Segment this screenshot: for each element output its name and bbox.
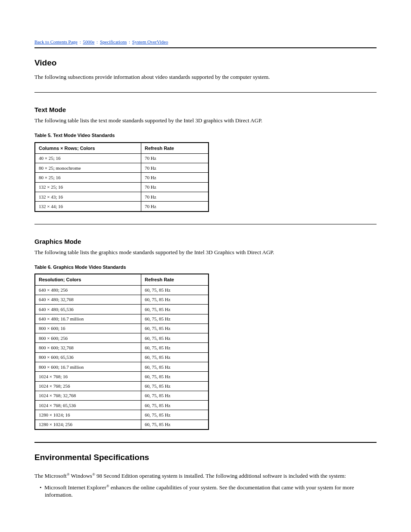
divider	[34, 92, 377, 93]
cell: 60, 75, 85 Hz	[141, 381, 209, 391]
text: 98 Second Edition operating system is in…	[95, 473, 346, 479]
page-title: Video	[34, 58, 377, 68]
table-row: 640 × 480; 25660, 75, 85 Hz	[35, 285, 209, 295]
text-mode-table: Columns × Rows; Colors Refresh Rate 40 ×…	[34, 142, 209, 212]
cell: 640 × 480; 32,768	[35, 295, 141, 304]
cell: 132 × 25; 16	[35, 182, 141, 192]
cell: 132 × 43; 16	[35, 192, 141, 202]
cell: 70 Hz	[141, 153, 209, 163]
table-row: 132 × 44; 1670 Hz	[35, 202, 209, 212]
graphics-mode-table: Resolution; Colors Refresh Rate 640 × 48…	[34, 274, 209, 430]
breadcrumb-model-link[interactable]: 5000e	[83, 39, 94, 44]
table-5-caption: Table 5. Text Mode Video Standards	[34, 132, 377, 138]
breadcrumb-specs-link[interactable]: Specifications	[100, 39, 127, 44]
cell: 1024 × 768; 65,536	[35, 401, 141, 410]
divider	[34, 224, 377, 224]
table-header-resolution: Resolution; Colors	[35, 274, 141, 285]
breadcrumb: Back to Contents Page : 5000e : Specific…	[34, 39, 377, 45]
cell: 70 Hz	[141, 202, 209, 212]
table-row: 800 × 600; 65,53660, 75, 85 Hz	[35, 352, 209, 362]
cell: 80 × 25; monochrome	[35, 163, 141, 173]
cell: 60, 75, 85 Hz	[141, 362, 209, 372]
cell: 132 × 44; 16	[35, 202, 141, 212]
divider	[34, 47, 377, 48]
cell: 60, 75, 85 Hz	[141, 333, 209, 343]
cell: 60, 75, 85 Hz	[141, 314, 209, 324]
cell: 80 × 25; 16	[35, 173, 141, 182]
breadcrumb-back-link[interactable]: Back to Contents Page	[34, 39, 78, 44]
cell: 60, 75, 85 Hz	[141, 410, 209, 420]
table-row: 800 × 600; 1660, 75, 85 Hz	[35, 324, 209, 333]
cell: 800 × 600; 16	[35, 324, 141, 333]
cell: 1024 × 768; 256	[35, 381, 141, 391]
table-row: 1280 × 1024; 25660, 75, 85 Hz	[35, 420, 209, 429]
table-row: 132 × 43; 1670 Hz	[35, 192, 209, 202]
table-row: 40 × 25; 1670 Hz	[35, 153, 209, 163]
cell: 800 × 600; 16.7 million	[35, 362, 141, 372]
registered-icon: ®	[92, 472, 95, 476]
text: Microsoft Internet Explorer	[44, 484, 106, 491]
cell: 60, 75, 85 Hz	[141, 352, 209, 362]
text-mode-intro: The following table lists the text mode …	[34, 117, 377, 124]
table-header-resolution: Columns × Rows; Colors	[35, 143, 141, 154]
cell: 70 Hz	[141, 182, 209, 192]
text-mode-heading: Text Mode	[34, 106, 377, 114]
divider	[34, 442, 377, 443]
cell: 70 Hz	[141, 163, 209, 173]
table-row: 1024 × 768; 25660, 75, 85 Hz	[35, 381, 209, 391]
graphics-mode-intro: The following table lists the graphics m…	[34, 249, 377, 256]
breadcrumb-sep: :	[78, 39, 83, 44]
table-row: 800 × 600; 16.7 million60, 75, 85 Hz	[35, 362, 209, 372]
registered-icon: ®	[67, 472, 70, 476]
breadcrumb-sep: :	[127, 39, 132, 44]
table-header-refresh: Refresh Rate	[141, 274, 209, 285]
table-row: 80 × 25; 1670 Hz	[35, 173, 209, 182]
cell: 1280 × 1024; 16	[35, 410, 141, 420]
env-spec-bullet: • Microsoft Internet Explorer® enhances …	[34, 484, 377, 499]
cell: 800 × 600; 32,768	[35, 343, 141, 352]
cell: 70 Hz	[141, 192, 209, 202]
table-row: 80 × 25; monochrome70 Hz	[35, 163, 209, 173]
table-row: 800 × 600; 25660, 75, 85 Hz	[35, 333, 209, 343]
cell: 640 × 480; 256	[35, 285, 141, 295]
table-row: 640 × 480; 32,76860, 75, 85 Hz	[35, 295, 209, 304]
text: The Microsoft	[34, 473, 67, 479]
cell: 60, 75, 85 Hz	[141, 391, 209, 400]
cell: 60, 75, 85 Hz	[141, 343, 209, 352]
cell: 640 × 480; 16.7 million	[35, 314, 141, 324]
table-row: 1024 × 768; 32,76860, 75, 85 Hz	[35, 391, 209, 400]
cell: 1024 × 768; 32,768	[35, 391, 141, 400]
table-row: 1024 × 768; 1660, 75, 85 Hz	[35, 372, 209, 381]
table-row: 640 × 480; 65,53660, 75, 85 Hz	[35, 305, 209, 314]
cell: 60, 75, 85 Hz	[141, 305, 209, 314]
cell: 70 Hz	[141, 173, 209, 182]
cell: 40 × 25; 16	[35, 153, 141, 163]
table-row: 132 × 25; 1670 Hz	[35, 182, 209, 192]
text: Windows	[70, 473, 92, 479]
graphics-mode-heading: Graphics Mode	[34, 237, 377, 246]
cell: 800 × 600; 65,536	[35, 352, 141, 362]
intro-text: The following subsections provide inform…	[34, 74, 377, 81]
cell: 60, 75, 85 Hz	[141, 324, 209, 333]
breadcrumb-subsection-link[interactable]: System OverVideo	[132, 39, 168, 44]
table-header-refresh: Refresh Rate	[141, 143, 209, 154]
cell: 60, 75, 85 Hz	[141, 401, 209, 410]
table-row: 800 × 600; 32,76860, 75, 85 Hz	[35, 343, 209, 352]
table-row: 1024 × 768; 65,53660, 75, 85 Hz	[35, 401, 209, 410]
env-spec-heading: Environmental Specifications	[34, 452, 377, 463]
table-row: 640 × 480; 16.7 million60, 75, 85 Hz	[35, 314, 209, 324]
cell: 1024 × 768; 16	[35, 372, 141, 381]
cell: 640 × 480; 65,536	[35, 305, 141, 314]
table-6-caption: Table 6. Graphics Mode Video Standards	[34, 264, 377, 270]
registered-icon: ®	[106, 483, 109, 488]
cell: 60, 75, 85 Hz	[141, 420, 209, 429]
cell: 1280 × 1024; 256	[35, 420, 141, 429]
cell: 60, 75, 85 Hz	[141, 285, 209, 295]
breadcrumb-sep: :	[94, 39, 100, 44]
env-spec-text: The Microsoft® Windows® 98 Second Editio…	[34, 473, 377, 480]
cell: 60, 75, 85 Hz	[141, 295, 209, 304]
cell: 800 × 600; 256	[35, 333, 141, 343]
table-row: 1280 × 1024; 1660, 75, 85 Hz	[35, 410, 209, 420]
cell: 60, 75, 85 Hz	[141, 372, 209, 381]
